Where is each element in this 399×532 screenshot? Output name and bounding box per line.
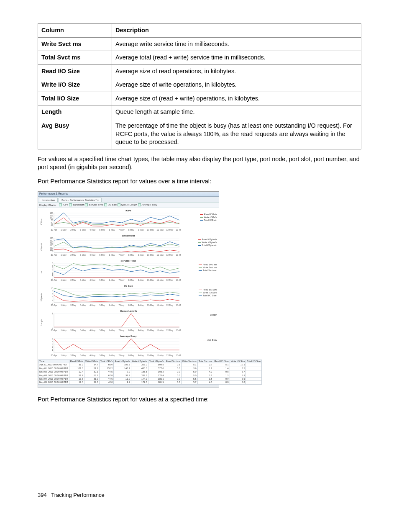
svg-text:150: 150 [50,212,54,214]
dt-header[interactable]: Read KBytes/s [114,360,131,363]
dt-header[interactable]: Total KBytes/s [148,360,165,363]
svg-text:8-May: 8-May [128,229,134,231]
svg-text:10-May: 10-May [147,254,154,256]
svg-text:7-May: 7-May [119,329,125,332]
dt-header[interactable]: Write Svct ms [181,360,197,363]
dt-header[interactable]: Read IOPs/s [69,360,84,363]
svg-text:50: 50 [51,221,53,224]
desc-text: Average size of write operations, in kil… [112,78,361,92]
check-bandwidth[interactable]: Bandwidth [69,203,84,206]
paragraph-3: Port Performance Statistics report for v… [38,396,361,404]
svg-text:13-May: 13-May [176,229,181,231]
svg-text:6-May: 6-May [109,329,115,332]
svg-text:3: 3 [52,269,53,272]
dt-header[interactable]: Total Svct ms [197,360,213,363]
tab-introduction[interactable]: Introduction [39,198,58,202]
svg-text:100: 100 [50,216,54,219]
svg-text:11-May: 11-May [157,304,164,306]
desc-col: Length [38,105,112,119]
check-service-time[interactable]: Service Time [85,203,103,206]
svg-text:30-Apr: 30-Apr [51,354,57,357]
svg-text:3-May: 3-May [80,329,86,332]
dt-header[interactable]: Total I/O Size [246,360,262,363]
svg-text:300: 300 [50,244,54,247]
page-footer: 394 Tracking Performance [38,491,361,499]
svg-text:4-May: 4-May [90,279,95,281]
desc-col: Total I/O Size [38,92,112,105]
dt-header[interactable]: Total IOPs/s [99,360,114,363]
check-queue-length[interactable]: Queue Length [118,203,137,206]
svg-text:6: 6 [52,293,53,296]
svg-text:10-May: 10-May [147,354,154,357]
svg-text:5-May: 5-May [99,229,105,231]
svg-text:KBytes/s: KBytes/s [40,243,43,251]
table-row[interactable]: May 04, 2013 00:00:00 PDT13.631.044.611.… [38,377,262,380]
svg-text:11-May: 11-May [157,254,164,256]
svg-text:3-May: 3-May [80,254,86,256]
svg-text:12-May: 12-May [166,354,174,357]
svg-text:5-May: 5-May [99,354,105,357]
svg-text:5: 5 [52,265,53,267]
svg-text:1-May: 1-May [61,229,66,231]
svg-text:4-May: 4-May [90,254,95,256]
check-iops[interactable]: IOPs [59,203,68,206]
svg-text:600: 600 [50,237,54,239]
svg-text:10-May: 10-May [147,279,154,281]
svg-text:13-May: 13-May [176,254,181,256]
svg-text:3-May: 3-May [80,229,86,231]
svg-text:125: 125 [50,214,54,217]
svg-text:4: 4 [52,340,53,343]
desc-text: Average total (read + write) service tim… [112,51,361,65]
desc-col: Write I/O Size [38,78,112,92]
svg-text:9-May: 9-May [138,279,144,281]
check-i-o-size[interactable]: I/O Size [104,203,117,206]
svg-text:1-May: 1-May [61,254,66,256]
check-average-busy[interactable]: Average Busy [138,203,157,206]
dt-header[interactable]: Time [38,360,69,363]
svg-text:6-May: 6-May [109,279,115,281]
svg-text:1: 1 [52,313,53,315]
chart-iops: IOPs25507510012515030-Apr1-May2-May3-May… [39,209,218,233]
svg-text:7-May: 7-May [119,229,125,231]
svg-text:13-May: 13-May [176,304,181,306]
svg-text:9-May: 9-May [138,304,144,306]
svg-text:5: 5 [52,338,53,340]
svg-text:12-May: 12-May [166,279,174,281]
table-row[interactable]: May 02, 2013 00:00:00 PDT12.432.144.59.9… [38,370,262,374]
desc-text: Average size of (read + write) operation… [112,92,361,105]
table-row[interactable]: Apr 30, 2013 00:00:00 PDT31.234.766.0109… [38,363,262,367]
desc-text: Queue length at sample time. [112,105,361,119]
svg-text:500: 500 [50,239,54,242]
svg-text:6-May: 6-May [109,254,115,256]
svg-text:30-Apr: 30-Apr [51,229,57,231]
dt-header[interactable]: Read Svct ms [165,360,181,363]
column-description-table: Column Description Write Svct msAverage … [38,23,361,149]
tab-ports-perf[interactable]: Ports - Performance Statistics * × [59,198,102,202]
svg-text:2-May: 2-May [70,254,76,256]
svg-text:ms: ms [40,270,43,273]
svg-text:2-May: 2-May [70,229,76,231]
svg-text:30-Apr: 30-Apr [51,254,57,256]
table-row[interactable]: May 05, 2013 00:00:00 PDT12.329.742.09.9… [38,381,262,384]
chart-queue-length: Queue Length0130-Apr1-May2-May3-May4-May… [39,309,218,334]
dt-header[interactable]: Write I/O Size [230,360,246,363]
svg-text:30-Apr: 30-Apr [51,304,57,306]
svg-text:1: 1 [52,349,53,351]
svg-text:6-May: 6-May [109,354,115,357]
paragraph-1: For values at a specified time chart typ… [38,155,361,172]
svg-text:11-May: 11-May [157,229,164,231]
table-row[interactable]: May 03, 2013 00:00:00 PDT51.156.767.838.… [38,374,262,377]
desc-text: Average write service time in millisecon… [112,37,361,51]
svg-text:2: 2 [52,298,53,301]
desc-col: Write Svct ms [38,37,112,51]
dt-header[interactable]: Write KBytes/s [131,360,148,363]
dt-header[interactable]: Write IOPs/s [84,360,99,363]
svg-text:100: 100 [50,249,54,251]
scrollbar[interactable] [38,385,219,388]
dt-header[interactable]: Read I/O Size [213,360,230,363]
table-row[interactable]: May 01, 2013 00:00:00 PDT101.051.1152.21… [38,367,262,370]
svg-text:3: 3 [52,343,53,346]
svg-text:2: 2 [52,346,53,348]
svg-text:2-May: 2-May [70,354,76,357]
svg-text:10-May: 10-May [147,329,154,332]
